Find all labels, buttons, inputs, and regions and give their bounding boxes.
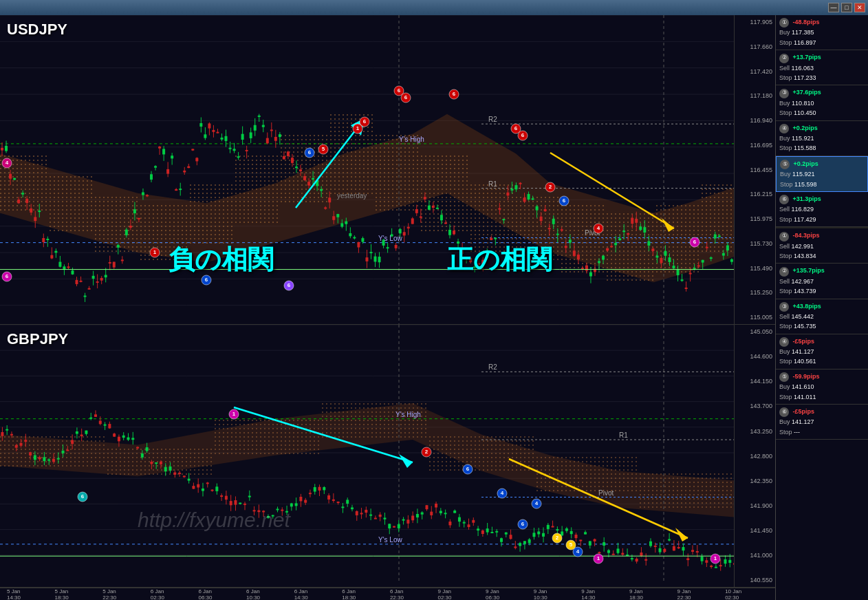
close-btn[interactable]: ✕	[854, 3, 865, 12]
price-label: 116.695	[736, 141, 774, 149]
usdjpy-chart: USDJPY 負の相関 正の相関 117.905117.660117.42011…	[0, 15, 775, 325]
price-label: 117.180	[736, 92, 774, 100]
info-block-4: ④ -£5pips Buy 141.127 Stop 140.561	[776, 334, 868, 369]
price-label: 143.700	[736, 402, 774, 410]
price-label: 141.000	[736, 551, 774, 559]
time-label: 9 Jan 06:30	[486, 588, 506, 601]
time-label: 9 Jan 02:30	[437, 588, 458, 601]
info-block-6: ⑥ -£5pips Buy 141.127 Stop ---	[776, 405, 868, 440]
price-label: 117.660	[736, 43, 774, 51]
time-label: 9 Jan 22:30	[677, 588, 698, 601]
time-label: 9 Jan 10:30	[534, 588, 554, 601]
time-label: 10 Jan 02:30	[725, 588, 748, 601]
price-label: 144.600	[736, 352, 774, 361]
minimize-btn[interactable]: —	[828, 3, 839, 12]
usdjpy-price-scale: 117.905117.660117.420117.180116.940116.6…	[734, 15, 775, 324]
price-label: 117.420	[736, 67, 774, 76]
info-block-5: ⑤ -59.9pips Buy 141.610 Stop 141.011	[776, 369, 868, 405]
time-axis: 5 Jan 14:305 Jan 18:305 Jan 22:306 Jan 0…	[0, 588, 775, 600]
jp-pos-label: 正の相関	[447, 242, 552, 277]
price-label: 140.550	[736, 576, 774, 584]
price-label: 115.005	[736, 313, 774, 321]
time-label: 6 Jan 18:30	[342, 588, 362, 601]
info-block-3: ③ +37.6pips Buy 110.810 Stop 110.450	[776, 85, 868, 120]
info-block-3: ③ +43.8pips Sell 145.442 Stop 145.735	[776, 299, 868, 334]
watermark: http://fxyume.net	[138, 508, 290, 532]
price-label: 116.455	[736, 166, 774, 174]
price-label: 115.490	[736, 264, 774, 272]
gbpjpy-chart: GBPJPY http://fxyume.net 145.050144.6001…	[0, 325, 775, 588]
price-label: 116.940	[736, 116, 774, 125]
jp-neg-label: 負の相関	[169, 242, 274, 277]
info-block-5: ⑤ +0.2pips Buy 115.921 Stop 115.598	[776, 156, 868, 192]
info-block-1: ① -84.3pips Sell 142.991 Stop 143.834	[776, 228, 868, 264]
price-label: 142.800	[736, 452, 774, 460]
price-label: 116.215	[736, 190, 774, 198]
maximize-btn[interactable]: □	[841, 3, 852, 12]
gbpjpy-price-scale: 145.050144.600144.150143.700143.250142.8…	[734, 325, 775, 587]
price-label: 115.730	[736, 239, 774, 248]
time-label: 6 Jan 02:30	[151, 588, 171, 601]
time-label: 9 Jan 18:30	[629, 588, 650, 601]
title-bar: — □ ✕	[0, 0, 868, 15]
time-label: 6 Jan 10:30	[246, 588, 267, 601]
info-panel: ① -48.8pips Buy 117.385 Stop 116.897 ② +…	[775, 15, 868, 600]
info-block-4: ④ +0.2pips Buy 115.921 Stop 115.588	[776, 121, 868, 156]
time-label: 6 Jan 14:30	[294, 588, 315, 601]
time-label: 5 Jan 14:30	[7, 588, 28, 601]
time-label: 6 Jan 22:30	[390, 588, 411, 601]
main-container: USDJPY 負の相関 正の相関 117.905117.660117.42011…	[0, 15, 868, 600]
price-label: 141.450	[736, 526, 774, 535]
price-label: 143.250	[736, 427, 774, 436]
price-label: 117.905	[736, 18, 774, 26]
usdjpy-title: USDJPY	[7, 21, 67, 39]
price-label: 144.150	[736, 377, 774, 385]
price-label: 115.250	[736, 288, 774, 297]
info-block-2: ② +135.7pips Sell 142.967 Stop 143.739	[776, 264, 868, 299]
price-label: 142.350	[736, 477, 774, 485]
time-label: 6 Jan 06:30	[198, 588, 219, 601]
price-label: 115.975	[736, 215, 774, 223]
time-label: 9 Jan 14:30	[581, 588, 602, 601]
time-label: 5 Jan 22:30	[102, 588, 123, 601]
time-label: 5 Jan 18:30	[55, 588, 76, 601]
info-block-2: ② +13.7pips Sell 116.063 Stop 117.233	[776, 50, 868, 85]
price-label: 145.050	[736, 328, 774, 336]
info-block-1: ① -48.8pips Buy 117.385 Stop 116.897	[776, 15, 868, 50]
info-block-6: ⑥ +31.3pips Sell 116.829 Stop 117.429	[776, 192, 868, 227]
charts-area: USDJPY 負の相関 正の相関 117.905117.660117.42011…	[0, 15, 775, 600]
gbpjpy-title: GBPJPY	[7, 330, 68, 348]
price-label: 141.900	[736, 502, 774, 510]
